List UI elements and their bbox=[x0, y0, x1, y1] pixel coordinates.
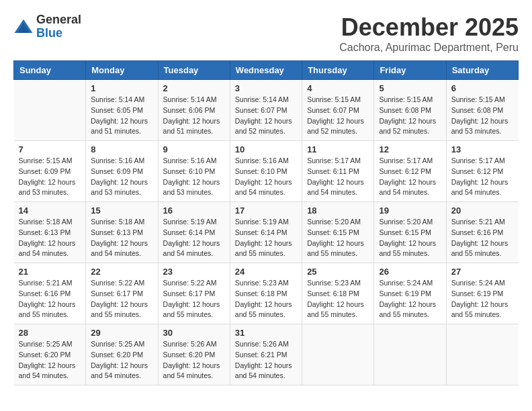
day-number: 1 bbox=[91, 83, 152, 93]
col-friday: Friday bbox=[374, 61, 446, 80]
calendar-cell: 7Sunrise: 5:15 AMSunset: 6:09 PMDaylight… bbox=[14, 141, 86, 202]
day-info: Sunrise: 5:18 AMSunset: 6:13 PMDaylight:… bbox=[91, 217, 152, 259]
subtitle: Cachora, Apurimac Department, Peru bbox=[339, 42, 519, 54]
calendar-week-3: 14Sunrise: 5:18 AMSunset: 6:13 PMDayligh… bbox=[14, 202, 519, 263]
day-number: 11 bbox=[307, 144, 369, 154]
logo-icon bbox=[13, 17, 34, 37]
calendar-cell: 19Sunrise: 5:20 AMSunset: 6:15 PMDayligh… bbox=[374, 202, 446, 263]
col-monday: Monday bbox=[86, 61, 158, 80]
logo-text: General Blue bbox=[36, 13, 81, 40]
day-info: Sunrise: 5:17 AMSunset: 6:12 PMDaylight:… bbox=[451, 156, 514, 198]
day-info: Sunrise: 5:15 AMSunset: 6:07 PMDaylight:… bbox=[307, 95, 369, 137]
day-info: Sunrise: 5:23 AMSunset: 6:18 PMDaylight:… bbox=[307, 278, 369, 320]
calendar-cell: 6Sunrise: 5:15 AMSunset: 6:08 PMDaylight… bbox=[446, 80, 518, 141]
calendar-cell: 9Sunrise: 5:16 AMSunset: 6:10 PMDaylight… bbox=[158, 141, 230, 202]
day-number: 19 bbox=[379, 205, 441, 216]
day-info: Sunrise: 5:18 AMSunset: 6:13 PMDaylight:… bbox=[19, 217, 81, 259]
calendar-cell: 12Sunrise: 5:17 AMSunset: 6:12 PMDayligh… bbox=[374, 141, 446, 202]
day-number: 12 bbox=[379, 144, 441, 154]
day-number: 8 bbox=[91, 144, 152, 154]
calendar-week-5: 28Sunrise: 5:25 AMSunset: 6:20 PMDayligh… bbox=[14, 324, 519, 385]
calendar-cell: 23Sunrise: 5:22 AMSunset: 6:17 PMDayligh… bbox=[158, 263, 230, 324]
day-info: Sunrise: 5:15 AMSunset: 6:08 PMDaylight:… bbox=[379, 95, 441, 137]
day-number: 3 bbox=[235, 83, 297, 93]
day-info: Sunrise: 5:23 AMSunset: 6:18 PMDaylight:… bbox=[235, 278, 297, 320]
calendar-cell: 2Sunrise: 5:14 AMSunset: 6:06 PMDaylight… bbox=[158, 80, 230, 141]
col-tuesday: Tuesday bbox=[158, 61, 230, 80]
day-number: 30 bbox=[163, 328, 225, 338]
day-info: Sunrise: 5:17 AMSunset: 6:11 PMDaylight:… bbox=[307, 156, 369, 198]
logo-general: General bbox=[36, 13, 81, 27]
day-info: Sunrise: 5:24 AMSunset: 6:19 PMDaylight:… bbox=[451, 278, 514, 320]
calendar-cell: 1Sunrise: 5:14 AMSunset: 6:05 PMDaylight… bbox=[86, 80, 158, 141]
day-info: Sunrise: 5:21 AMSunset: 6:16 PMDaylight:… bbox=[19, 278, 81, 320]
day-number: 29 bbox=[91, 328, 152, 338]
calendar-cell: 21Sunrise: 5:21 AMSunset: 6:16 PMDayligh… bbox=[14, 263, 86, 324]
day-number: 26 bbox=[379, 267, 441, 277]
calendar-cell: 17Sunrise: 5:19 AMSunset: 6:14 PMDayligh… bbox=[230, 202, 302, 263]
calendar-cell: 10Sunrise: 5:16 AMSunset: 6:10 PMDayligh… bbox=[230, 141, 302, 202]
day-info: Sunrise: 5:16 AMSunset: 6:10 PMDaylight:… bbox=[235, 156, 297, 198]
calendar-cell: 30Sunrise: 5:26 AMSunset: 6:20 PMDayligh… bbox=[158, 324, 230, 385]
day-number: 13 bbox=[451, 144, 514, 154]
day-info: Sunrise: 5:16 AMSunset: 6:09 PMDaylight:… bbox=[91, 156, 152, 198]
day-number: 24 bbox=[235, 267, 297, 277]
day-number: 4 bbox=[307, 83, 369, 93]
day-number: 27 bbox=[451, 267, 514, 277]
day-number: 10 bbox=[235, 144, 297, 154]
day-info: Sunrise: 5:22 AMSunset: 6:17 PMDaylight:… bbox=[91, 278, 152, 320]
day-number: 5 bbox=[379, 83, 441, 93]
calendar-week-2: 7Sunrise: 5:15 AMSunset: 6:09 PMDaylight… bbox=[14, 141, 519, 202]
calendar-week-1: 1Sunrise: 5:14 AMSunset: 6:05 PMDaylight… bbox=[14, 80, 519, 141]
col-saturday: Saturday bbox=[446, 61, 518, 80]
day-info: Sunrise: 5:26 AMSunset: 6:21 PMDaylight:… bbox=[235, 339, 297, 381]
day-info: Sunrise: 5:15 AMSunset: 6:08 PMDaylight:… bbox=[451, 95, 514, 137]
day-number: 7 bbox=[19, 144, 81, 154]
calendar-cell bbox=[374, 324, 446, 385]
header: General Blue December 2025 Cachora, Apur… bbox=[13, 13, 519, 54]
calendar-cell: 8Sunrise: 5:16 AMSunset: 6:09 PMDaylight… bbox=[86, 141, 158, 202]
calendar-cell bbox=[302, 324, 374, 385]
day-info: Sunrise: 5:16 AMSunset: 6:10 PMDaylight:… bbox=[163, 156, 225, 198]
day-number: 17 bbox=[235, 205, 297, 216]
day-number: 20 bbox=[451, 205, 514, 216]
calendar-cell: 11Sunrise: 5:17 AMSunset: 6:11 PMDayligh… bbox=[302, 141, 374, 202]
day-info: Sunrise: 5:19 AMSunset: 6:14 PMDaylight:… bbox=[235, 217, 297, 259]
calendar-cell: 22Sunrise: 5:22 AMSunset: 6:17 PMDayligh… bbox=[86, 263, 158, 324]
calendar-cell: 28Sunrise: 5:25 AMSunset: 6:20 PMDayligh… bbox=[14, 324, 86, 385]
header-row: Sunday Monday Tuesday Wednesday Thursday… bbox=[14, 61, 519, 80]
day-number: 6 bbox=[451, 83, 514, 93]
day-number: 9 bbox=[163, 144, 225, 154]
day-number: 2 bbox=[163, 83, 225, 93]
col-thursday: Thursday bbox=[302, 61, 374, 80]
day-number: 28 bbox=[19, 328, 81, 338]
col-wednesday: Wednesday bbox=[230, 61, 302, 80]
calendar-cell: 15Sunrise: 5:18 AMSunset: 6:13 PMDayligh… bbox=[86, 202, 158, 263]
day-info: Sunrise: 5:17 AMSunset: 6:12 PMDaylight:… bbox=[379, 156, 441, 198]
day-info: Sunrise: 5:25 AMSunset: 6:20 PMDaylight:… bbox=[19, 339, 81, 381]
calendar-cell: 14Sunrise: 5:18 AMSunset: 6:13 PMDayligh… bbox=[14, 202, 86, 263]
day-number: 22 bbox=[91, 267, 152, 277]
day-number: 14 bbox=[19, 205, 81, 216]
calendar-cell: 4Sunrise: 5:15 AMSunset: 6:07 PMDaylight… bbox=[302, 80, 374, 141]
calendar-cell: 25Sunrise: 5:23 AMSunset: 6:18 PMDayligh… bbox=[302, 263, 374, 324]
day-info: Sunrise: 5:25 AMSunset: 6:20 PMDaylight:… bbox=[91, 339, 152, 381]
day-info: Sunrise: 5:20 AMSunset: 6:15 PMDaylight:… bbox=[379, 217, 441, 259]
calendar-cell: 5Sunrise: 5:15 AMSunset: 6:08 PMDaylight… bbox=[374, 80, 446, 141]
calendar-header: Sunday Monday Tuesday Wednesday Thursday… bbox=[14, 61, 519, 80]
calendar-cell: 13Sunrise: 5:17 AMSunset: 6:12 PMDayligh… bbox=[446, 141, 518, 202]
logo: General Blue bbox=[13, 13, 81, 40]
day-number: 18 bbox=[307, 205, 369, 216]
calendar-cell: 18Sunrise: 5:20 AMSunset: 6:15 PMDayligh… bbox=[302, 202, 374, 263]
day-number: 31 bbox=[235, 328, 297, 338]
calendar-cell: 26Sunrise: 5:24 AMSunset: 6:19 PMDayligh… bbox=[374, 263, 446, 324]
logo-blue: Blue bbox=[36, 27, 81, 40]
day-number: 23 bbox=[163, 267, 225, 277]
day-info: Sunrise: 5:26 AMSunset: 6:20 PMDaylight:… bbox=[163, 339, 225, 381]
calendar-cell: 24Sunrise: 5:23 AMSunset: 6:18 PMDayligh… bbox=[230, 263, 302, 324]
title-area: December 2025 Cachora, Apurimac Departme… bbox=[339, 13, 519, 54]
day-number: 15 bbox=[91, 205, 152, 216]
calendar-cell: 31Sunrise: 5:26 AMSunset: 6:21 PMDayligh… bbox=[230, 324, 302, 385]
calendar-week-4: 21Sunrise: 5:21 AMSunset: 6:16 PMDayligh… bbox=[14, 263, 519, 324]
day-info: Sunrise: 5:22 AMSunset: 6:17 PMDaylight:… bbox=[163, 278, 225, 320]
